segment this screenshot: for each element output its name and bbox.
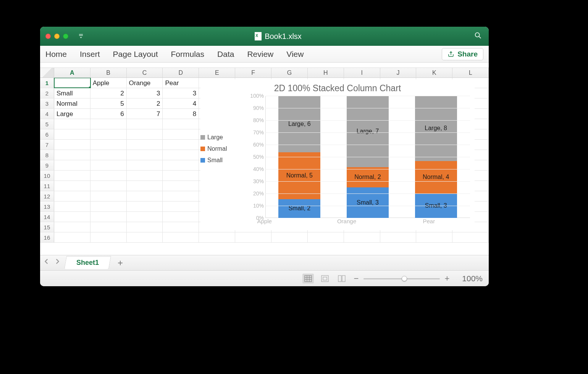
cell[interactable]: [127, 202, 163, 211]
tab-data[interactable]: Data: [217, 50, 234, 59]
cell[interactable]: [127, 129, 163, 139]
add-sheet-button[interactable]: +: [114, 258, 127, 268]
cell[interactable]: [127, 232, 163, 242]
column-header-l[interactable]: L: [452, 68, 489, 77]
cell[interactable]: [54, 119, 90, 129]
cell[interactable]: [271, 232, 308, 242]
cell[interactable]: [163, 191, 199, 201]
cell[interactable]: [90, 171, 127, 181]
cell[interactable]: Apple: [90, 78, 127, 88]
cell[interactable]: [54, 191, 90, 201]
cell[interactable]: [90, 160, 127, 170]
row-header[interactable]: 13: [40, 202, 54, 211]
row-header[interactable]: 16: [40, 232, 54, 242]
cell[interactable]: [54, 171, 90, 181]
cell[interactable]: [127, 160, 163, 170]
cell[interactable]: [308, 232, 344, 242]
column-header-i[interactable]: I: [344, 68, 380, 77]
search-icon[interactable]: [473, 31, 483, 41]
zoom-in-button[interactable]: +: [444, 274, 451, 284]
cell[interactable]: [127, 150, 163, 160]
cell[interactable]: [235, 232, 271, 242]
cell[interactable]: 6: [90, 109, 127, 119]
row-header[interactable]: 10: [40, 171, 54, 181]
row-header[interactable]: 6: [40, 129, 54, 139]
sheet-nav-prev-icon[interactable]: [44, 259, 52, 267]
cell[interactable]: [344, 232, 380, 242]
sheet-nav-next-icon[interactable]: [55, 259, 63, 267]
column-header-b[interactable]: B: [90, 68, 127, 77]
close-window-button[interactable]: [45, 34, 51, 39]
cell[interactable]: 3: [163, 88, 199, 98]
cell[interactable]: [54, 129, 90, 139]
column-header-h[interactable]: H: [308, 68, 344, 77]
column-header-g[interactable]: G: [271, 68, 308, 77]
zoom-slider-thumb[interactable]: [402, 276, 407, 281]
cell[interactable]: [163, 140, 199, 150]
cell[interactable]: 7: [127, 109, 163, 119]
fullscreen-window-button[interactable]: [63, 34, 68, 39]
embedded-chart[interactable]: 2D 100% Stacked Column Chart LargeNormal…: [200, 79, 475, 230]
column-header-f[interactable]: F: [235, 68, 271, 77]
tab-formulas[interactable]: Formulas: [171, 50, 205, 59]
zoom-out-button[interactable]: −: [353, 274, 360, 284]
cell[interactable]: [163, 150, 199, 160]
row-header[interactable]: 3: [40, 98, 54, 108]
row-header[interactable]: 1: [40, 78, 54, 88]
cell[interactable]: [163, 119, 199, 129]
cell[interactable]: 5: [90, 98, 127, 108]
cell[interactable]: [54, 150, 90, 160]
row-header[interactable]: 12: [40, 191, 54, 201]
tab-insert[interactable]: Insert: [80, 50, 100, 59]
cell[interactable]: [452, 232, 489, 242]
column-headers[interactable]: A B C D E F G H I J K L: [40, 68, 489, 78]
cell[interactable]: 2: [127, 98, 163, 108]
cell[interactable]: [54, 181, 90, 191]
cell[interactable]: Orange: [127, 78, 163, 88]
row-header[interactable]: 7: [40, 140, 54, 150]
cell[interactable]: [90, 222, 127, 232]
cell[interactable]: Large: [54, 109, 90, 119]
cell[interactable]: 8: [163, 109, 199, 119]
cell[interactable]: [54, 140, 90, 150]
column-header-k[interactable]: K: [416, 68, 452, 77]
cell[interactable]: [127, 222, 163, 232]
zoom-slider[interactable]: [363, 276, 440, 281]
row-header[interactable]: 8: [40, 150, 54, 160]
column-header-a[interactable]: A: [54, 68, 90, 77]
view-page-layout-icon[interactable]: [319, 274, 331, 284]
tab-review[interactable]: Review: [247, 50, 273, 59]
cell[interactable]: [127, 212, 163, 222]
cell[interactable]: [163, 202, 199, 211]
cell[interactable]: Small: [54, 88, 90, 98]
cell[interactable]: [127, 140, 163, 150]
cell[interactable]: [90, 150, 127, 160]
row-header[interactable]: 11: [40, 181, 54, 191]
row-header[interactable]: 4: [40, 109, 54, 119]
column-header-c[interactable]: C: [127, 68, 163, 77]
cell[interactable]: [127, 181, 163, 191]
row-header[interactable]: 5: [40, 119, 54, 129]
cell[interactable]: [90, 202, 127, 211]
cell[interactable]: [199, 232, 235, 242]
cell[interactable]: [90, 140, 127, 150]
cell[interactable]: [163, 129, 199, 139]
row-header[interactable]: 15: [40, 222, 54, 232]
cell[interactable]: [90, 232, 127, 242]
cell[interactable]: [127, 171, 163, 181]
cell[interactable]: 3: [127, 88, 163, 98]
cell[interactable]: [54, 222, 90, 232]
cell[interactable]: [90, 181, 127, 191]
share-button[interactable]: Share: [442, 48, 483, 60]
view-normal-icon[interactable]: [302, 274, 314, 284]
cell[interactable]: [54, 202, 90, 211]
cell[interactable]: [163, 171, 199, 181]
cell[interactable]: [127, 119, 163, 129]
cell[interactable]: [90, 212, 127, 222]
cell[interactable]: Normal: [54, 98, 90, 108]
cell[interactable]: [54, 212, 90, 222]
row-header[interactable]: 14: [40, 212, 54, 222]
cell[interactable]: [163, 232, 199, 242]
spreadsheet-grid[interactable]: 1AppleOrangePear2Small2333Normal5244Larg…: [40, 78, 489, 255]
cell[interactable]: [163, 212, 199, 222]
